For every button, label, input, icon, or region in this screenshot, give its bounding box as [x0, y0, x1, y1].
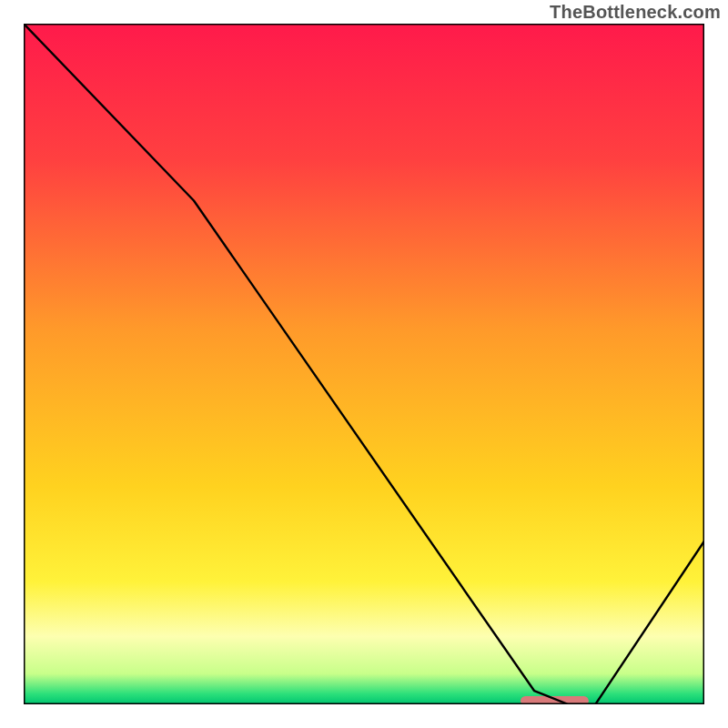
chart-container: TheBottleneck.com	[0, 0, 728, 728]
plot-area	[24, 24, 704, 704]
svg-rect-0	[24, 24, 704, 704]
bottleneck-chart	[24, 24, 704, 704]
watermark-label: TheBottleneck.com	[550, 2, 721, 23]
